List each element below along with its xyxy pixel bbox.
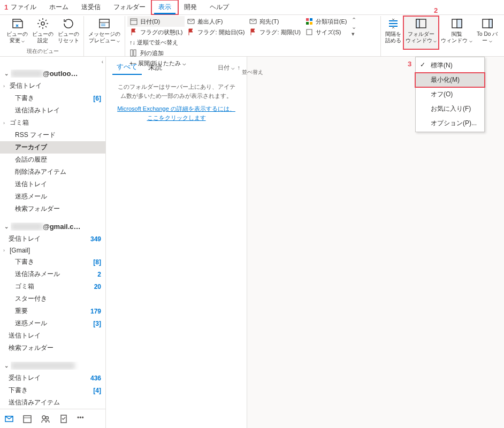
- folder-item[interactable]: 送信済みメール2: [0, 268, 105, 280]
- gallery-more[interactable]: ▾: [352, 30, 356, 37]
- folder-item[interactable]: 受信トレイ349: [0, 233, 105, 245]
- folder-item[interactable]: 下書き[6]: [0, 92, 105, 104]
- nav-bar: •••: [0, 409, 105, 428]
- arrange-to[interactable]: 宛先(T): [247, 16, 302, 27]
- folder-item[interactable]: 検索フォルダー: [0, 203, 105, 215]
- group-layout: 間隔を 詰める 2 フォルダー ウィンドウ ⌵ 閲覧 ウィンドウ ⌵ To Do…: [381, 16, 502, 56]
- folder-item[interactable]: 迷惑メール: [0, 190, 105, 203]
- dropdown-off[interactable]: オフ(O): [416, 87, 484, 102]
- arrange-flagstart[interactable]: フラグ: 開始日(G): [185, 27, 247, 37]
- dropdown-favorites[interactable]: お気に入り(F): [416, 102, 484, 116]
- folder-item[interactable]: スター付き: [0, 293, 105, 305]
- folder-info-message: このフォルダーはサーバー上にあり、アイテム数が多いため一部のみが表示されます。 …: [106, 78, 247, 126]
- tab-file[interactable]: ファイル: [4, 1, 43, 14]
- arrange-category[interactable]: 分類項目(E): [303, 16, 349, 27]
- nav-people-icon[interactable]: [41, 414, 50, 424]
- svg-rect-1: [100, 19, 109, 28]
- chevron-icon: ›: [3, 120, 9, 126]
- nav-calendar-icon[interactable]: [22, 414, 32, 424]
- svg-rect-13: [134, 50, 136, 56]
- chevron-icon: ›: [3, 248, 9, 253]
- add-column[interactable]: 列の追加: [127, 48, 188, 58]
- marker-3: 3: [408, 60, 411, 68]
- arrange-flagstatus[interactable]: フラグの状態(L): [127, 27, 185, 37]
- svg-rect-9: [306, 22, 309, 25]
- nav-mail-icon[interactable]: [4, 414, 14, 424]
- folder-item[interactable]: 迷惑メール[3]: [0, 317, 105, 330]
- folder-pane: ‹ ⌄xxxxx@outloo…›受信トレイ下書き[6]送信済みトレイ›ゴミ箱R…: [0, 57, 106, 428]
- tab-folder[interactable]: フォルダー: [107, 1, 152, 14]
- folder-item[interactable]: 送信トレイ: [0, 330, 105, 342]
- dropdown-minimize[interactable]: 最小化(M): [416, 73, 484, 87]
- folder-item[interactable]: 重要179: [0, 305, 105, 317]
- nav-more-icon[interactable]: •••: [77, 414, 87, 424]
- group-message-preview: メッセージの プレビュー ⌵: [84, 16, 125, 56]
- view-settings-button[interactable]: ビューの 設定: [30, 16, 56, 48]
- svg-rect-7: [306, 18, 309, 21]
- arrange-flagdue[interactable]: フラグ: 期限(U): [247, 27, 302, 37]
- folder-item[interactable]: 削除済みアイテム: [0, 166, 105, 178]
- folder-item[interactable]: ›ゴミ箱: [0, 117, 105, 129]
- message-preview-button[interactable]: メッセージの プレビュー ⌵: [86, 16, 123, 49]
- collapse-folder-pane[interactable]: ‹: [102, 59, 103, 65]
- folder-item[interactable]: 検索フォルダー: [0, 342, 105, 354]
- folder-item[interactable]: 下書き[8]: [0, 256, 105, 268]
- gallery-down[interactable]: ⌄: [352, 24, 356, 30]
- folder-item[interactable]: ゴミ箱20: [0, 280, 105, 293]
- folder-item[interactable]: 送信済みアイテム: [0, 396, 105, 409]
- folder-window-dropdown: ✓標準(N) 最小化(M) オフ(O) お気に入り(F) オプション(P)...: [415, 57, 485, 132]
- arrange-date[interactable]: 日付(D): [127, 16, 185, 27]
- svg-rect-20: [457, 19, 462, 28]
- svg-rect-18: [416, 19, 419, 28]
- folder-item[interactable]: RSS フィード: [0, 129, 105, 141]
- folder-item[interactable]: 会話の履歴: [0, 154, 105, 166]
- marker-1: 1: [4, 3, 8, 11]
- account-header[interactable]: ⌄xxxxx: [0, 360, 105, 372]
- folder-item[interactable]: 受信トレイ436: [0, 372, 105, 384]
- change-view-button[interactable]: ビューの 変更 ⌵: [4, 16, 30, 48]
- group-arrange: 日付(D) フラグの状態(L) 差出人(F) フラグ: 開始日(G) 宛先(T)…: [125, 16, 381, 56]
- svg-rect-10: [310, 22, 312, 25]
- reading-window-button[interactable]: 閲覧 ウィンドウ ⌵: [439, 16, 475, 49]
- svg-rect-5: [131, 19, 137, 25]
- svg-rect-11: [307, 29, 312, 35]
- svg-rect-8: [310, 18, 312, 21]
- view-reset-button[interactable]: ビューの リセット: [56, 16, 81, 48]
- svg-point-26: [46, 416, 49, 419]
- tab-help[interactable]: ヘルプ: [203, 1, 235, 14]
- arrange-size[interactable]: サイズ(S): [303, 27, 349, 37]
- account-header[interactable]: ⌄xxxxx@outloo…: [0, 67, 105, 80]
- tab-view[interactable]: 表示: [152, 1, 178, 14]
- gallery-up[interactable]: ⌃: [352, 17, 356, 24]
- folder-item[interactable]: 送信済みトレイ: [0, 104, 105, 117]
- folder-list: ⌄xxxxx@outloo…›受信トレイ下書き[6]送信済みトレイ›ゴミ箱RSS…: [0, 57, 105, 409]
- expand-collapse[interactable]: +− 展開/折りたたみ ⌵: [127, 58, 188, 68]
- folder-item[interactable]: ›[Gmail]: [0, 245, 105, 256]
- tab-sendreceive[interactable]: 送受信: [75, 1, 107, 14]
- account-header[interactable]: ⌄xxxxx@gmail.c…: [0, 220, 105, 233]
- dropdown-options[interactable]: オプション(P)...: [416, 116, 484, 131]
- nav-tasks-icon[interactable]: [59, 414, 68, 424]
- chevron-icon: ⌄: [4, 224, 11, 230]
- folder-item[interactable]: 送信トレイ: [0, 178, 105, 190]
- folder-window-button[interactable]: 2 フォルダー ウィンドウ ⌵: [403, 16, 439, 49]
- tab-developer[interactable]: 開発: [178, 1, 203, 14]
- ribbon: ビューの 変更 ⌵ ビューの 設定 ビューの リセット 現在のビュー メッセージ…: [0, 15, 504, 57]
- message-list-pane: すべて 未読 日付 ⌵↑ このフォルダーはサーバー上にあり、アイテム数が多いため…: [106, 57, 247, 428]
- folder-item[interactable]: ›受信トレイ: [0, 80, 105, 92]
- reverse-sort[interactable]: ↑↓ 逆順で並べ替え: [127, 37, 188, 48]
- dropdown-normal[interactable]: ✓標準(N): [416, 58, 484, 73]
- folder-item[interactable]: アーカイブ: [0, 141, 105, 154]
- folder-item[interactable]: 下書き[4]: [0, 384, 105, 396]
- todo-bar-button[interactable]: To Do バ ー ⌵: [475, 16, 500, 49]
- chevron-icon: ›: [3, 83, 9, 89]
- chevron-icon: ⌄: [4, 363, 11, 369]
- marker-2: 2: [434, 6, 438, 15]
- chevron-icon: ⌄: [4, 71, 11, 77]
- exchange-details-link[interactable]: Microsoft Exchange の詳細を表示するには、ここをクリックします: [117, 104, 236, 122]
- tab-home[interactable]: ホーム: [43, 1, 75, 14]
- svg-point-25: [42, 416, 45, 419]
- tighter-spacing-button[interactable]: 間隔を 詰める: [383, 16, 403, 49]
- svg-rect-12: [131, 50, 133, 56]
- arrange-from[interactable]: 差出人(F): [185, 16, 247, 27]
